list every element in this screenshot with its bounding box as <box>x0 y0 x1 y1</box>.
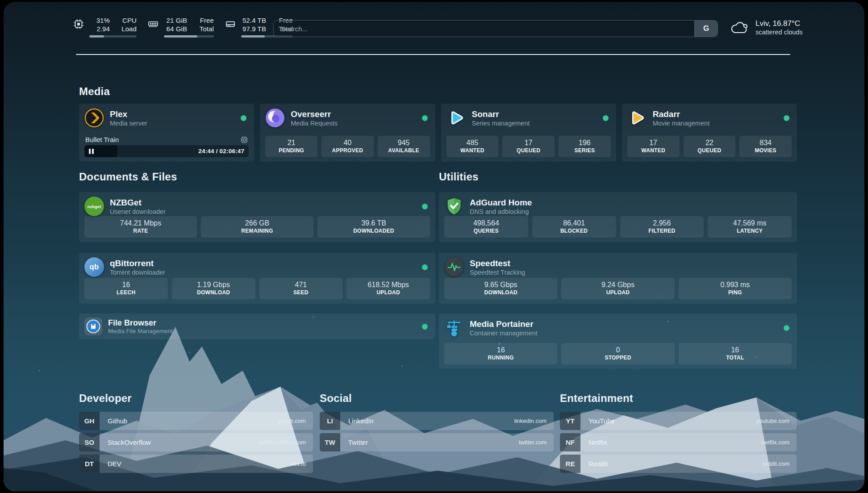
service-name: NZBGet <box>110 197 166 208</box>
bookmark-group-entertainment: YT YouTube youtube.com NF Netflix netfli… <box>560 412 797 476</box>
service-name: File Browser <box>108 318 173 328</box>
bookmark-url: youtube.com <box>756 418 789 424</box>
memory-total-label: Total <box>200 25 214 33</box>
now-playing-title: Bullet Train <box>85 136 119 143</box>
weather-widget: Lviv, 16.87°C scattered clouds <box>730 19 803 36</box>
bookmark-name: Twitter <box>348 439 368 446</box>
stat-download: 1.19 GbpsDOWNLOAD <box>172 278 255 299</box>
section-title-social: Social <box>320 392 352 405</box>
media-card-grid: Plex Media server Bullet Train 24:44 / 0… <box>79 104 797 162</box>
bookmark-reddit[interactable]: RE Reddit reddit.com <box>560 455 797 473</box>
memory-widget: 21 GiB 64 GiB Free Total <box>147 17 214 38</box>
cpu-progress-bar <box>89 35 137 38</box>
bookmark-url: stackoverflow.com <box>259 439 306 446</box>
stat-queries: 498,564QUERIES <box>444 216 528 238</box>
bookmark-abbr: LI <box>320 412 340 430</box>
stat-blocked: 86,401BLOCKED <box>532 216 616 238</box>
bookmark-group-social: LI LinkedIn linkedin.com TW Twitter twit… <box>320 412 554 455</box>
section-title-entertainment: Entertainment <box>560 392 633 405</box>
section-title-media: Media <box>79 85 110 98</box>
stat-ping: 0.993 msPING <box>679 278 792 299</box>
stat-seed: 471SEED <box>259 278 343 299</box>
bookmark-abbr: RE <box>560 455 580 473</box>
bookmark-name: Netflix <box>588 439 607 446</box>
bookmark-github[interactable]: GH Github github.com <box>79 412 313 430</box>
service-subtitle: Media File Management <box>108 328 173 335</box>
header-divider <box>76 54 790 55</box>
service-card-overseerr[interactable]: Overseerr Media Requests 21PENDING 40APP… <box>260 104 435 162</box>
search-bar: G <box>273 20 718 37</box>
bookmark-url: netflix.com <box>762 439 789 446</box>
homepage-dashboard: 31% 2.94 CPU Load <box>0 0 868 493</box>
bookmark-youtube[interactable]: YT YouTube youtube.com <box>560 412 797 430</box>
service-card-radarr[interactable]: Radarr Movie management 17WANTED 22QUEUE… <box>622 104 797 162</box>
filebrowser-icon <box>84 318 102 335</box>
service-card-portainer[interactable]: Media Portainer Container management 16R… <box>439 313 797 369</box>
service-name: Overseerr <box>291 109 338 119</box>
search-provider-button[interactable]: G <box>694 21 718 37</box>
status-dot <box>422 264 428 270</box>
bookmark-url: dev.to <box>291 460 306 467</box>
bookmark-dev[interactable]: DT DEV dev.to <box>79 455 313 473</box>
dashboard-screen: 31% 2.94 CPU Load <box>4 2 864 491</box>
player-progress-bar[interactable]: 24:44 / 02:06:47 <box>84 145 249 157</box>
service-name: Media Portainer <box>470 319 538 329</box>
disk-free-value: 52.4 TB <box>242 17 266 25</box>
bookmark-netflix[interactable]: NF Netflix netflix.com <box>560 433 797 451</box>
stat-queued: 22QUEUED <box>684 136 736 157</box>
bookmark-abbr: TW <box>320 433 340 451</box>
now-playing-settings-icon[interactable] <box>241 136 248 143</box>
bookmark-abbr: NF <box>560 433 580 451</box>
pause-icon[interactable] <box>89 149 94 154</box>
bookmark-name: StackOverflow <box>108 439 151 446</box>
search-input[interactable] <box>274 21 694 37</box>
stat-latency: 47.569 msLATENCY <box>708 216 792 238</box>
stat-leech: 16LEECH <box>84 278 168 299</box>
memory-progress-fill <box>164 35 197 38</box>
disk-progress-fill <box>241 35 265 38</box>
status-dot <box>422 115 428 121</box>
stat-series: 196SERIES <box>559 136 611 157</box>
bookmark-linkedin[interactable]: LI LinkedIn linkedin.com <box>320 412 554 430</box>
bookmark-abbr: GH <box>79 412 100 430</box>
cpu-label: CPU <box>122 17 137 25</box>
service-card-adguard[interactable]: AdGuard Home DNS and adblocking 498,564Q… <box>439 192 797 242</box>
service-card-nzbget[interactable]: nzbget NZBGet Usenet downloader 744.21 M… <box>79 192 435 242</box>
service-subtitle: DNS and adblocking <box>470 208 532 216</box>
radarr-icon <box>627 108 647 128</box>
status-dot <box>422 324 428 330</box>
cpu-icon <box>73 18 84 30</box>
weather-location-temp: Lviv, 16.87°C <box>755 19 803 28</box>
service-name: Plex <box>110 109 147 119</box>
stat-filtered: 2,956FILTERED <box>620 216 704 238</box>
overseerr-icon <box>265 108 285 128</box>
service-card-filebrowser[interactable]: File Browser Media File Management <box>79 313 435 339</box>
bookmark-name: DEV <box>108 460 121 468</box>
memory-free-label: Free <box>200 17 214 25</box>
service-card-speedtest[interactable]: Speedtest Speedtest Tracking 9.65 GbpsDO… <box>439 253 797 304</box>
status-dot <box>784 115 789 121</box>
memory-icon <box>147 18 159 30</box>
plex-icon <box>84 108 104 128</box>
service-subtitle: Container management <box>470 329 538 337</box>
service-subtitle: Media Requests <box>291 119 338 127</box>
sonarr-icon <box>447 108 466 128</box>
bookmark-twitter[interactable]: TW Twitter twitter.com <box>320 433 554 451</box>
bookmark-stackoverflow[interactable]: SO StackOverflow stackoverflow.com <box>79 433 313 451</box>
service-card-qbittorrent[interactable]: qb qBittorrent Torrent downloader 16LEEC… <box>79 253 435 304</box>
service-card-plex[interactable]: Plex Media server Bullet Train 24:44 / 0… <box>79 104 254 162</box>
speedtest-icon <box>444 257 464 277</box>
adguard-icon <box>444 196 464 216</box>
stat-queued: 17QUEUED <box>502 136 555 157</box>
status-dot <box>784 325 789 331</box>
bookmark-name: YouTube <box>588 417 615 425</box>
disk-icon <box>225 18 236 30</box>
cpu-widget: 31% 2.94 CPU Load <box>73 17 137 38</box>
service-card-sonarr[interactable]: Sonarr Series management 485WANTED 17QUE… <box>441 104 616 162</box>
nzbget-icon: nzbget <box>84 196 104 216</box>
bookmark-name: Reddit <box>588 460 608 468</box>
bookmark-name: LinkedIn <box>348 417 374 425</box>
bookmark-url: github.com <box>277 418 306 424</box>
stat-stopped: 0STOPPED <box>561 343 674 364</box>
cpu-progress-fill <box>89 35 104 38</box>
